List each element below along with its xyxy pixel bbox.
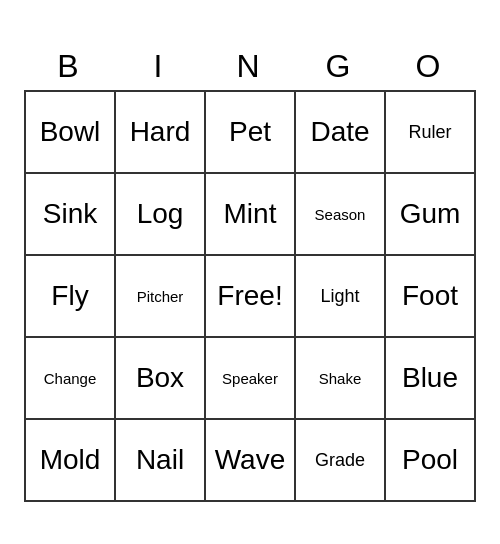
bingo-cell: Log [116, 174, 206, 256]
cell-label: Mint [224, 198, 277, 230]
bingo-cell: Light [296, 256, 386, 338]
cell-label: Season [315, 206, 366, 223]
bingo-cell: Date [296, 92, 386, 174]
bingo-cell: Speaker [206, 338, 296, 420]
header-letter: G [294, 42, 384, 90]
cell-label: Sink [43, 198, 97, 230]
cell-label: Shake [319, 370, 362, 387]
cell-label: Free! [217, 280, 282, 312]
cell-label: Nail [136, 444, 184, 476]
bingo-cell: Grade [296, 420, 386, 502]
bingo-cell: Box [116, 338, 206, 420]
cell-label: Wave [215, 444, 286, 476]
cell-label: Fly [51, 280, 88, 312]
cell-label: Gum [400, 198, 461, 230]
bingo-row: ChangeBoxSpeakerShakeBlue [26, 338, 476, 420]
bingo-cell: Ruler [386, 92, 476, 174]
cell-label: Bowl [40, 116, 101, 148]
header-letter: I [114, 42, 204, 90]
bingo-row: SinkLogMintSeasonGum [26, 174, 476, 256]
bingo-row: FlyPitcherFree!LightFoot [26, 256, 476, 338]
bingo-cell: Mold [26, 420, 116, 502]
bingo-cell: Foot [386, 256, 476, 338]
cell-label: Blue [402, 362, 458, 394]
bingo-card: BINGO BowlHardPetDateRulerSinkLogMintSea… [24, 42, 476, 502]
cell-label: Change [44, 370, 97, 387]
bingo-cell: Pool [386, 420, 476, 502]
cell-label: Log [137, 198, 184, 230]
cell-label: Foot [402, 280, 458, 312]
cell-label: Box [136, 362, 184, 394]
cell-label: Mold [40, 444, 101, 476]
cell-label: Speaker [222, 370, 278, 387]
bingo-cell: Hard [116, 92, 206, 174]
header-letter: O [384, 42, 474, 90]
cell-label: Pitcher [137, 288, 184, 305]
bingo-cell: Pitcher [116, 256, 206, 338]
cell-label: Pet [229, 116, 271, 148]
bingo-cell: Free! [206, 256, 296, 338]
bingo-grid: BowlHardPetDateRulerSinkLogMintSeasonGum… [24, 90, 476, 502]
header-letter: B [24, 42, 114, 90]
bingo-cell: Bowl [26, 92, 116, 174]
header-letter: N [204, 42, 294, 90]
bingo-cell: Wave [206, 420, 296, 502]
bingo-cell: Season [296, 174, 386, 256]
bingo-cell: Nail [116, 420, 206, 502]
bingo-header: BINGO [24, 42, 476, 90]
cell-label: Ruler [408, 122, 451, 143]
bingo-cell: Sink [26, 174, 116, 256]
cell-label: Pool [402, 444, 458, 476]
bingo-cell: Change [26, 338, 116, 420]
cell-label: Light [320, 286, 359, 307]
bingo-row: MoldNailWaveGradePool [26, 420, 476, 502]
bingo-cell: Fly [26, 256, 116, 338]
bingo-cell: Mint [206, 174, 296, 256]
bingo-row: BowlHardPetDateRuler [26, 92, 476, 174]
cell-label: Hard [130, 116, 191, 148]
bingo-cell: Pet [206, 92, 296, 174]
cell-label: Date [310, 116, 369, 148]
bingo-cell: Blue [386, 338, 476, 420]
bingo-cell: Gum [386, 174, 476, 256]
bingo-cell: Shake [296, 338, 386, 420]
cell-label: Grade [315, 450, 365, 471]
